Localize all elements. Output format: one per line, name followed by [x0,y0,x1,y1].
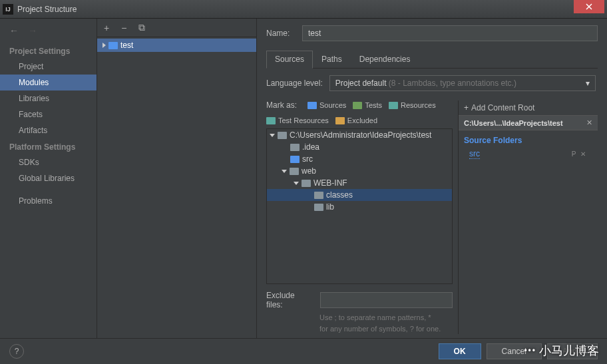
module-list-panel: + − ⧉ test [97,19,257,338]
app-icon: IJ [3,4,13,15]
tree-row[interactable]: .idea [267,141,452,153]
sidebar-item-facets[interactable]: Facets [0,106,97,122]
remove-module-icon[interactable]: − [121,23,126,33]
folder-icon [290,144,300,151]
mark-as-label: Mark as: [266,100,297,110]
cancel-button[interactable]: Cancel [487,343,542,359]
nav-back-icon[interactable]: ← [9,25,19,36]
tree-row[interactable]: classes [267,189,452,201]
tree-row[interactable]: web [267,165,452,177]
collapse-icon [270,134,275,137]
collapse-icon [294,182,299,185]
plus-icon: + [464,103,469,112]
mark-tests[interactable]: Tests [353,101,382,109]
tree-row[interactable]: C:\Users\Administrator\IdeaProjects\test [267,129,452,141]
mark-test-resources[interactable]: Test Resources [266,116,329,124]
tree-row[interactable]: WEB-INF [267,177,452,189]
tab-sources[interactable]: Sources [266,51,313,69]
sidebar-heading-platform: Platform Settings [0,138,97,154]
module-item[interactable]: test [97,39,256,52]
window-title: Project Structure [17,5,574,14]
tab-dependencies[interactable]: Dependencies [351,51,419,68]
sidebar-item-global-libraries[interactable]: Global Libraries [0,170,97,186]
folder-icon [266,117,276,124]
language-level-select[interactable]: Project default (8 - Lambdas, type annot… [329,75,596,91]
sidebar-item-modules[interactable]: Modules [0,75,97,91]
folder-icon [389,102,398,109]
folder-icon [314,192,323,199]
folder-icon [278,132,287,139]
mark-resources[interactable]: Resources [389,101,436,109]
content-root-path[interactable]: C:\Users\...\IdeaProjects\test ✕ [459,115,598,130]
ok-button[interactable]: OK [439,343,481,359]
source-folders-heading: Source Folders [459,130,598,148]
folder-icon [314,204,323,211]
folder-icon [307,102,317,109]
source-folder-item[interactable]: srcP ✕ [459,148,598,160]
expand-icon [102,43,106,48]
settings-sidebar: ← → Project Settings ProjectModulesLibra… [0,19,97,338]
add-content-root-button[interactable]: + Add Content Root [459,100,598,115]
exclude-files-label: Exclude files: [266,291,313,309]
sidebar-item-sdks[interactable]: SDKs [0,154,97,170]
mark-excluded[interactable]: Excluded [335,116,377,124]
name-label: Name: [266,29,294,38]
folder-icon [353,102,362,109]
copy-module-icon[interactable]: ⧉ [138,22,145,33]
collapse-icon [282,170,287,173]
help-icon[interactable]: ? [9,344,24,359]
tab-paths[interactable]: Paths [313,51,351,68]
add-module-icon[interactable]: + [104,23,109,33]
sidebar-item-problems[interactable]: Problems [0,193,97,209]
module-details-panel: Name: SourcesPathsDependencies Language … [257,19,607,338]
tree-row[interactable]: src [267,153,452,165]
chevron-down-icon: ▾ [586,79,590,88]
sidebar-item-project[interactable]: Project [0,59,97,75]
nav-forward-icon: → [28,25,37,36]
exclude-hint: Use ; to separate name patterns, * for a… [319,312,453,334]
exclude-files-input[interactable] [320,292,453,308]
sidebar-item-artifacts[interactable]: Artifacts [0,122,97,138]
folder-icon [290,168,299,175]
remove-root-icon[interactable]: ✕ [586,118,592,127]
folder-icon [335,117,345,124]
module-icon [108,42,118,49]
language-level-label: Language level: [266,79,323,88]
module-name-input[interactable] [302,25,598,41]
source-folder-tree[interactable]: C:\Users\Administrator\IdeaProjects\test… [266,128,453,284]
apply-button[interactable]: Apply [547,343,598,359]
mark-sources[interactable]: Sources [307,101,346,109]
window-close-button[interactable] [574,0,604,13]
tree-row[interactable]: lib [267,201,452,213]
source-folder-actions[interactable]: P ✕ [572,150,587,158]
sidebar-item-libraries[interactable]: Libraries [0,91,97,106]
folder-icon [302,180,311,187]
sidebar-heading-project: Project Settings [0,43,97,59]
folder-icon [290,156,300,163]
